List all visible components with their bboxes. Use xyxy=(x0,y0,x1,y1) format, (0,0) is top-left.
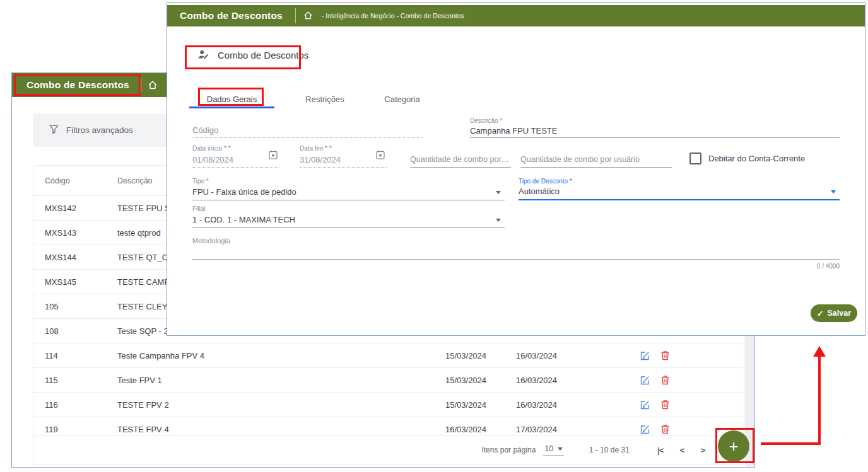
next-page-icon[interactable]: > xyxy=(700,446,705,455)
edit-icon[interactable] xyxy=(640,424,650,435)
prev-page-icon[interactable]: < xyxy=(680,446,684,455)
filter-funnel-icon xyxy=(49,125,60,135)
dropdown-arrow-icon xyxy=(496,219,501,222)
add-button[interactable]: + xyxy=(718,430,749,462)
descricao-field[interactable]: Descrição * Campanha FPU TESTE xyxy=(470,117,840,138)
annotation-arrow-vertical xyxy=(818,356,821,444)
qtd-combo-usuario-input[interactable]: Quantidade de combo por usuário xyxy=(520,145,672,168)
delete-icon[interactable] xyxy=(660,350,671,361)
edit-icon[interactable] xyxy=(640,350,650,361)
plus-icon: + xyxy=(729,437,739,456)
tab-restricoes[interactable]: Restrições xyxy=(290,89,360,108)
table-row[interactable]: 116 TESTE FPV 2 15/03/2024 16/03/2024 xyxy=(33,392,744,417)
dropdown-arrow-icon xyxy=(496,191,501,194)
tipo-select[interactable]: Tipo * FPU - Faixa única de pedido xyxy=(192,178,505,200)
codigo-label: Código xyxy=(192,125,218,135)
items-per-page-label: Itens por página xyxy=(481,446,536,454)
home-icon[interactable] xyxy=(303,11,314,21)
annotation-arrow-horizontal xyxy=(761,442,821,445)
form-window-header: Combo de Descontos - Inteligência de Neg… xyxy=(167,5,865,26)
delete-icon[interactable] xyxy=(660,424,671,435)
calendar-icon[interactable] xyxy=(269,150,279,161)
annotation-arrow-head-icon xyxy=(813,346,826,357)
first-page-icon[interactable]: |< xyxy=(657,446,664,455)
active-tab-indicator xyxy=(189,106,274,108)
filial-select[interactable]: Filial 1 - COD. 1 - MAXIMA TECH xyxy=(192,205,505,228)
edit-icon[interactable] xyxy=(640,375,650,386)
dropdown-arrow-icon xyxy=(558,447,563,451)
home-icon[interactable] xyxy=(148,80,158,91)
debitar-conta-corrente-checkbox[interactable]: Debitar do Conta-Corrente xyxy=(689,153,805,164)
tab-categoria[interactable]: Categoria xyxy=(369,89,435,108)
edit-icon[interactable] xyxy=(640,400,650,410)
delete-icon[interactable] xyxy=(660,400,671,410)
pagination-range: 1 - 10 de 31 xyxy=(589,446,630,454)
header-divider xyxy=(295,8,296,23)
form-window: Combo de Descontos - Inteligência de Neg… xyxy=(167,2,865,336)
page-title: Combo de Descontos xyxy=(26,79,129,91)
header-divider xyxy=(141,78,141,93)
metodologia-textarea[interactable]: Metodologia xyxy=(192,237,840,260)
qtd-combo-cliente-input[interactable]: Quantidade de combo por clien... xyxy=(410,145,511,168)
page-title: Combo de Descontos xyxy=(180,10,283,21)
breadcrumb: - Inteligência de Negócio - Combo de Des… xyxy=(322,12,464,20)
tab-dados-gerais[interactable]: Dados Gerais xyxy=(189,89,274,108)
table-row[interactable]: 115 Teste FPV 1 15/03/2024 16/03/2024 xyxy=(33,367,744,392)
tipo-desconto-select[interactable]: Tipo de Desconto * Automático xyxy=(519,178,840,200)
delete-icon[interactable] xyxy=(660,375,671,386)
codigo-field[interactable]: Código xyxy=(192,117,423,138)
table-row[interactable]: 114 Teste Campanha FPV 4 15/03/2024 16/0… xyxy=(33,343,744,367)
check-icon: ✓ xyxy=(817,309,823,318)
data-fim-field[interactable]: Data fim * * 31/08/2024 xyxy=(300,145,387,168)
checkbox-label: Debitar do Conta-Corrente xyxy=(708,154,805,163)
advanced-filters-label: Filtros avançados xyxy=(66,125,133,135)
pagination-bar: Itens por página 10 1 - 10 de 31 |< < > … xyxy=(33,435,744,464)
char-counter: 0 / 4000 xyxy=(192,263,840,270)
dropdown-arrow-icon xyxy=(831,190,836,193)
data-inicio-field[interactable]: Data início * * 01/08/2024 xyxy=(192,145,279,168)
save-button[interactable]: ✓ Salvar xyxy=(811,304,857,322)
checkbox-icon xyxy=(689,153,701,164)
person-edit-icon xyxy=(197,49,209,61)
calendar-icon[interactable] xyxy=(376,150,387,161)
page-size-select[interactable]: 10 xyxy=(543,444,563,456)
column-codigo: Código xyxy=(45,176,117,185)
section-title: Combo de Descontos xyxy=(218,50,308,60)
